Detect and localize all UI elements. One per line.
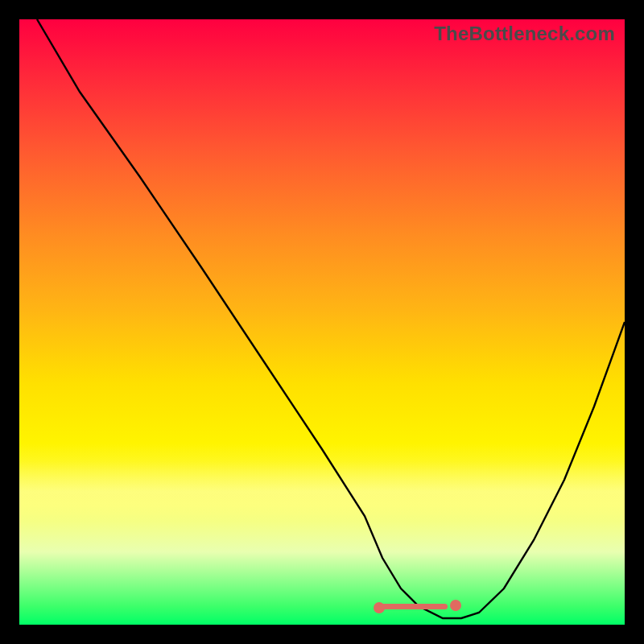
bottleneck-curve [37, 19, 625, 618]
curve-layer [19, 19, 625, 625]
watermark-text: TheBottleneck.com [434, 23, 615, 45]
plot-area: TheBottleneck.com [19, 19, 625, 625]
chart-frame: TheBottleneck.com [0, 0, 644, 644]
